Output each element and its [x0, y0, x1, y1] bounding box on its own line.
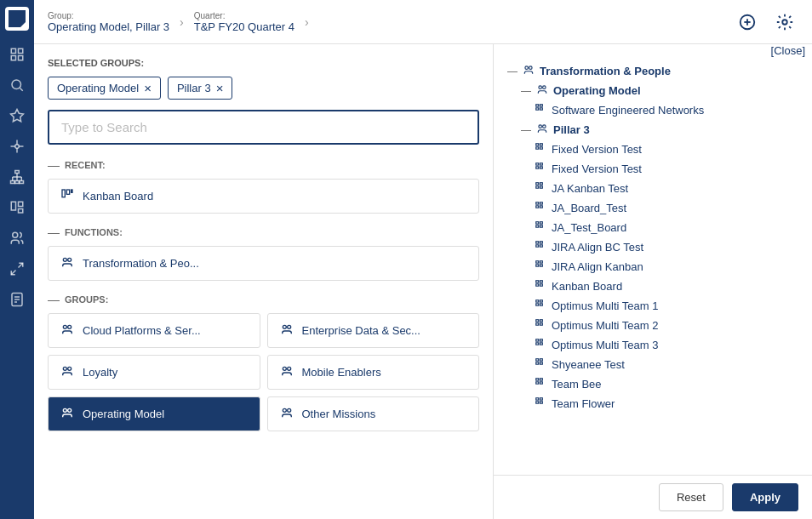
group-cloud[interactable]: Cloud Platforms & Ser...	[48, 313, 260, 348]
nav-home-icon[interactable]	[3, 41, 31, 68]
tree-item-jira-kanban[interactable]: JIRA Align Kanban	[535, 257, 798, 277]
svg-rect-0	[11, 48, 15, 53]
tree-item-shyeanee[interactable]: Shyeanee Test	[535, 355, 798, 374]
svg-rect-93	[540, 284, 542, 286]
svg-rect-35	[62, 190, 65, 197]
svg-point-41	[68, 325, 71, 328]
recent-toggle[interactable]: —	[48, 158, 60, 172]
svg-rect-91	[540, 281, 542, 282]
functions-toggle[interactable]: —	[48, 225, 60, 239]
reset-button[interactable]: Reset	[659, 483, 723, 511]
svg-rect-96	[536, 304, 539, 305]
svg-rect-78	[536, 222, 539, 224]
tree-item-ja-kanban[interactable]: JA Kanban Test	[535, 179, 798, 198]
team-bee-label: Team Bee	[552, 378, 602, 391]
svg-rect-89	[540, 265, 542, 266]
cloud-group-icon	[60, 322, 74, 339]
kanban-icon	[60, 188, 74, 204]
group-enterprise[interactable]: Enterprise Data & Sec...	[267, 313, 480, 348]
nav-hierarchy-icon[interactable]	[3, 163, 31, 191]
other-missions-group-icon	[280, 406, 294, 422]
nav-search-icon[interactable]	[3, 71, 31, 99]
enterprise-group-icon	[280, 322, 294, 339]
tree-item-optimus3[interactable]: Optimus Multi Team 3	[535, 335, 798, 355]
tree-item-kanban-board[interactable]: Kanban Board	[535, 277, 798, 296]
recent-item-kanban[interactable]: Kanban Board	[48, 179, 479, 214]
quarter-value[interactable]: T&P FY20 Quarter 4	[194, 20, 294, 33]
tag-remove-pillar3[interactable]: ×	[216, 81, 224, 95]
svg-point-53	[529, 66, 533, 70]
tree-item-jira-bc[interactable]: JIRA Align BC Test	[535, 237, 798, 257]
apply-button[interactable]: Apply	[732, 483, 798, 511]
svg-point-4	[12, 80, 21, 89]
group-loyalty[interactable]: Loyalty	[48, 355, 260, 390]
tree-item-fvt1[interactable]: Fixed Version Test	[535, 140, 798, 159]
add-button[interactable]	[734, 9, 761, 36]
svg-rect-14	[15, 181, 20, 184]
team-icon-sen	[535, 103, 546, 117]
tree-item-transformation[interactable]: — Transformation & People	[507, 61, 798, 81]
close-link[interactable]: [Close]	[771, 44, 805, 57]
tree-item-optimus1[interactable]: Optimus Multi Team 1	[535, 296, 798, 316]
tree-item-fvt2[interactable]: Fixed Version Test	[535, 159, 798, 179]
groups-section: — GROUPS: Cloud Platforms & Ser...	[48, 293, 479, 431]
tree-item-sen[interactable]: Software Engineered Networks	[535, 100, 798, 120]
tree-item-pillar3[interactable]: — Pillar 3	[521, 120, 798, 140]
nav-favorites-icon[interactable]	[3, 102, 31, 129]
svg-rect-107	[540, 359, 542, 361]
tree-container: — Transformation & People — Operating Mo…	[507, 58, 798, 413]
nav-network-icon[interactable]	[3, 133, 31, 160]
nav-board-icon[interactable]	[3, 194, 31, 221]
group-other-missions[interactable]: Other Missions	[267, 396, 480, 431]
function-item-transformation[interactable]: Transformation & Peo...	[48, 246, 479, 281]
svg-rect-15	[20, 181, 24, 184]
breadcrumb-actions	[734, 9, 798, 36]
svg-point-34	[782, 20, 787, 25]
svg-rect-76	[536, 206, 539, 208]
svg-line-25	[19, 263, 23, 267]
operating-model-label: Operating Model	[83, 408, 164, 420]
tag-operating-model[interactable]: Operating Model ×	[48, 77, 161, 100]
svg-rect-115	[540, 398, 542, 400]
collapse-pillar3[interactable]: —	[521, 124, 531, 136]
app-logo[interactable]	[5, 7, 29, 31]
group-value[interactable]: Operating Model, Pillar 3	[48, 20, 169, 33]
settings-button[interactable]	[771, 9, 798, 36]
groups-grid: Cloud Platforms & Ser... Enterprise Data…	[48, 313, 479, 431]
team-icon-ja-board	[535, 201, 546, 215]
functions-section: — FUNCTIONS: Transformation & Peo...	[48, 225, 479, 281]
svg-point-40	[63, 325, 66, 328]
tree-item-team-bee[interactable]: Team Bee	[535, 374, 798, 394]
svg-rect-57	[540, 105, 542, 106]
svg-rect-13	[11, 181, 15, 184]
left-panel: SELECTED GROUPS: Operating Model × Pilla…	[34, 44, 494, 519]
collapse-transformation[interactable]: —	[507, 66, 518, 77]
nav-document-icon[interactable]	[3, 286, 31, 313]
search-input[interactable]	[48, 110, 479, 145]
nav-expand-icon[interactable]	[3, 255, 31, 282]
svg-rect-22	[19, 202, 23, 206]
svg-rect-104	[536, 343, 539, 345]
svg-rect-75	[540, 202, 542, 204]
svg-rect-88	[536, 265, 539, 266]
tree-item-operating-model[interactable]: — Operating Model	[521, 81, 798, 100]
breadcrumb-group-item: Group: Operating Model, Pillar 3	[48, 11, 169, 33]
tree-item-team-flower[interactable]: Team Flower	[535, 394, 798, 413]
svg-rect-103	[540, 339, 542, 341]
groups-toggle[interactable]: —	[48, 293, 60, 306]
tag-pillar3[interactable]: Pillar 3 ×	[168, 77, 233, 100]
other-missions-label: Other Missions	[302, 408, 376, 420]
tree-item-ja-board[interactable]: JA_Board_Test	[535, 198, 798, 218]
svg-rect-106	[536, 359, 539, 361]
breadcrumb-arrow-1: ›	[180, 15, 184, 29]
group-operating-model[interactable]: Operating Model	[48, 396, 260, 431]
optimus1-label: Optimus Multi Team 1	[552, 299, 658, 312]
tree-item-optimus2[interactable]: Optimus Multi Team 2	[535, 316, 798, 335]
svg-rect-84	[536, 245, 539, 247]
group-mobile[interactable]: Mobile Enablers	[267, 355, 480, 390]
tree-item-ja-test-board[interactable]: JA_Test_Board	[535, 218, 798, 237]
nav-people-icon[interactable]	[3, 225, 31, 252]
collapse-operating-model[interactable]: —	[521, 85, 531, 97]
svg-point-54	[539, 86, 542, 89]
tag-remove-operating-model[interactable]: ×	[144, 81, 152, 95]
